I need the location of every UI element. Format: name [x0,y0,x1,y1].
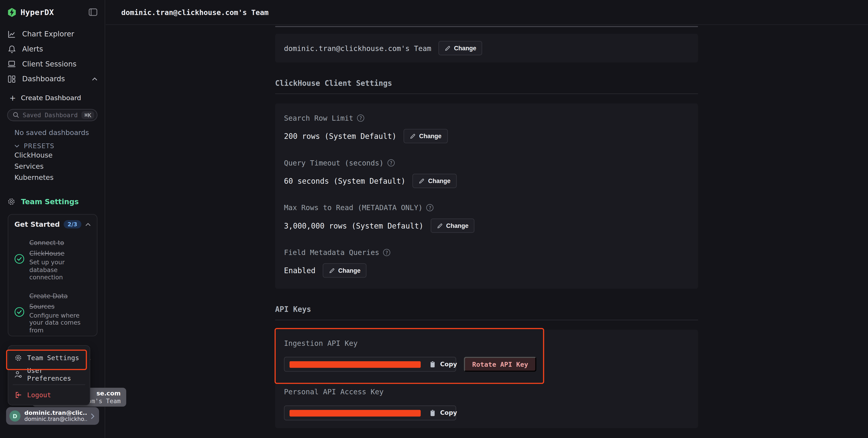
page-title: dominic.tran@clickhouse.com's Team [106,0,868,25]
menu-item-label: User Preferences [27,367,84,382]
setting-value: 60 seconds (System Default) [284,177,405,186]
sidebar-item-label: Alerts [22,45,43,53]
preset-item-services[interactable]: Services [14,161,104,172]
pencil-icon [410,133,416,139]
no-saved-dashboards-text: No saved dashboards [14,128,104,137]
step-desc: Configure where your data comes from [29,312,91,334]
chevron-right-icon [91,413,95,419]
sidebar-item-chart-explorer[interactable]: Chart Explorer [0,27,104,42]
copy-button[interactable]: Copy [440,409,457,417]
change-field-metadata-button[interactable]: Change [322,263,367,278]
logout-icon [14,391,22,399]
clipboard-icon [430,361,436,368]
get-started-card: Get Started 2/3 Connect to ClickHouse Se… [8,214,97,336]
redacted-key-bar [289,410,421,416]
client-settings-card: Search Row Limit ? 200 rows (System Defa… [275,104,698,289]
help-icon[interactable]: ? [357,114,365,122]
change-search-row-limit-button[interactable]: Change [404,129,448,143]
pencil-icon [437,223,443,229]
step-title: Create Data Sources [29,292,68,310]
change-query-timeout-button[interactable]: Change [412,174,457,188]
section-divider [275,320,698,320]
chevron-up-icon[interactable] [85,223,91,226]
check-circle-icon [14,307,24,317]
saved-dashboards-search[interactable]: ⌘K [7,109,97,121]
setting-search-row-limit: Search Row Limit ? 200 rows (System Defa… [284,114,689,143]
sidebar-collapse-icon[interactable] [89,8,97,16]
sidebar-nav: Chart Explorer Alerts Client Sessions [0,27,104,86]
redacted-key-bar [289,361,421,368]
gear-icon [7,197,16,206]
setting-value: 3,000,000 rows (System Default) [284,221,423,230]
shortcut-badge: ⌘K [82,111,94,119]
gear-icon [14,354,22,362]
progress-badge: 2/3 [64,220,81,228]
setting-max-rows: Max Rows to Read (METADATA ONLY) ? 3,000… [284,204,689,233]
copy-button[interactable]: Copy [440,361,457,368]
section-divider [275,94,698,94]
team-name-card: dominic.tran@clickhouse.com's Team Chang… [275,34,698,62]
step-create-data-sources[interactable]: Create Data Sources Configure where your… [14,290,91,334]
search-input[interactable] [23,111,79,119]
account-menu: Team Settings User Preferences Logout [8,345,90,405]
help-icon[interactable]: ? [388,159,395,167]
setting-query-timeout: Query Timeout (seconds) ? 60 seconds (Sy… [284,159,689,188]
clipboard-icon [430,409,436,417]
api-keys-card: Ingestion API Key Copy Rotate API Key [275,330,698,429]
preset-item-clickhouse[interactable]: ClickHouse [14,150,104,161]
logo-row: HyperDX [0,0,104,24]
step-desc: Set up your database connection [29,259,91,281]
header: dominic.tran@clickhouse.com's Team [106,0,868,25]
pencil-icon [444,45,451,51]
help-icon[interactable]: ? [427,204,434,211]
user-account-card[interactable]: D dominic.tran@clic... dominic.tran@clic… [6,407,99,425]
team-name-value: dominic.tran@clickhouse.com's Team [284,44,431,52]
hyperdx-logo-icon [7,7,17,17]
sidebar-item-client-sessions[interactable]: Client Sessions [0,57,104,71]
menu-item-team-settings[interactable]: Team Settings [8,350,90,366]
team-settings-label: Team Settings [21,197,79,206]
ingestion-key-copy-field[interactable]: Copy [284,357,456,372]
create-dashboard-button[interactable]: + Create Dashboard [0,91,104,104]
sidebar-item-label: Client Sessions [22,60,76,68]
plus-icon: + [9,94,16,102]
sidebar-team-settings[interactable]: Team Settings [7,197,105,206]
presets-label: PRESETS [24,142,54,150]
user-name: dominic.tran@clic... [24,410,87,416]
change-team-name-button[interactable]: Change [439,41,483,55]
check-circle-icon [14,254,24,264]
personal-key-copy-field[interactable]: Copy [284,406,456,421]
scrolled-card-edge [275,26,698,27]
sidebar-item-alerts[interactable]: Alerts [0,41,104,57]
main-content: dominic.tran@clickhouse.com's Team Chang… [106,26,868,438]
step-title: Connect to ClickHouse [29,239,64,257]
dashboards-icon [7,74,16,83]
setting-value: Enabled [284,266,315,275]
get-started-title: Get Started [14,220,60,228]
app-window: HyperDX Chart Explorer [0,0,868,438]
menu-item-logout[interactable]: Logout [8,386,90,403]
menu-item-label: Team Settings [27,354,79,362]
create-dashboard-label: Create Dashboard [21,94,81,102]
sidebar-item-label: Dashboards [22,75,65,83]
personal-key-label: Personal API Access Key [284,388,689,396]
preset-item-kubernetes[interactable]: Kubernetes [14,172,104,183]
user-email: dominic.tran@clickho... [24,416,87,422]
help-icon[interactable]: ? [383,249,391,256]
pencil-icon [329,268,335,274]
presets-toggle[interactable]: PRESETS [14,142,104,150]
search-icon [13,112,19,119]
change-max-rows-button[interactable]: Change [431,218,474,233]
user-gear-icon [14,371,22,378]
menu-divider [13,384,85,385]
rotate-api-key-button[interactable]: Rotate API Key [464,357,536,372]
get-started-header[interactable]: Get Started 2/3 [14,220,91,228]
avatar: D [9,410,21,422]
step-connect-clickhouse[interactable]: Connect to ClickHouse Set up your databa… [14,237,91,281]
chevron-down-icon [14,144,19,148]
chevron-up-icon[interactable] [92,77,97,80]
menu-item-user-preferences[interactable]: User Preferences [8,366,90,383]
chart-icon [7,30,16,38]
client-settings-heading: ClickHouse Client Settings [275,78,698,88]
sidebar-item-dashboards[interactable]: Dashboards [0,71,104,86]
